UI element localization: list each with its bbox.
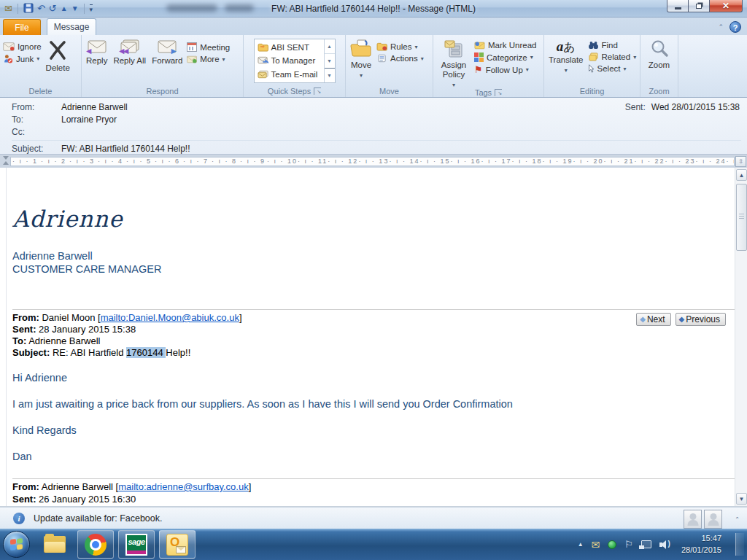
tray-time: 15:47 bbox=[681, 533, 721, 545]
meeting-button[interactable]: Meeting bbox=[187, 42, 230, 52]
quoted1-subject-line: Subject: RE: ABI Hartfield 1760144 Help!… bbox=[12, 347, 735, 359]
tray-status-icon[interactable] bbox=[608, 540, 616, 549]
scroll-down-icon[interactable]: ▼ bbox=[736, 493, 747, 505]
undo-icon[interactable]: ↶ bbox=[37, 4, 45, 13]
move-down-icon[interactable]: ▼ bbox=[71, 5, 79, 12]
customize-qat-icon[interactable]: ▾ bbox=[90, 4, 93, 13]
tray-clock[interactable]: 15:47 28/01/2015 bbox=[681, 533, 721, 556]
indent-markers[interactable] bbox=[0, 155, 10, 168]
reply-all-button[interactable]: ◄◄ Reply All bbox=[110, 36, 149, 85]
quick-steps-overflow-icon[interactable]: ▼ bbox=[325, 68, 335, 82]
sender-email-link-2[interactable]: mailto:adrienne@surfbay.co.uk bbox=[118, 481, 248, 492]
info-icon: i bbox=[13, 513, 25, 524]
editing-group-label: Editing bbox=[546, 85, 638, 97]
scrollbar-thumb[interactable] bbox=[736, 184, 747, 251]
zoom-magnifier-icon bbox=[650, 39, 669, 58]
from-value: Adrienne Barwell bbox=[61, 102, 128, 112]
system-menu-mail-icon[interactable]: ✉ bbox=[4, 4, 12, 13]
translate-button[interactable]: aあ Translate ▾ bbox=[546, 36, 587, 85]
restore-button[interactable] bbox=[689, 0, 709, 12]
zoom-button[interactable]: Zoom bbox=[646, 36, 673, 85]
tray-action-center-icon[interactable]: ⚐ bbox=[624, 539, 633, 550]
taskbar-explorer-button[interactable] bbox=[36, 530, 73, 559]
quick-step-to-manager[interactable]: To Manager bbox=[258, 56, 324, 65]
reply-button[interactable]: ◄ Reply bbox=[83, 36, 110, 85]
previous-button[interactable]: ◆ Previous bbox=[676, 313, 726, 326]
actions-button[interactable]: Actions ▾ bbox=[376, 54, 424, 63]
quick-steps-scroll-up-icon[interactable]: ▲ bbox=[325, 39, 335, 53]
quick-steps-group-label: Quick Steps ↘ bbox=[245, 85, 344, 97]
delete-button[interactable]: Delete bbox=[43, 36, 73, 85]
tray-mail-icon[interactable]: ✉ bbox=[592, 539, 600, 551]
taskbar-sage-button[interactable]: sage bbox=[118, 530, 155, 559]
start-button[interactable] bbox=[3, 531, 30, 558]
ribbon-group-editing: aあ Translate ▾ Find Related ▾ bbox=[544, 35, 640, 97]
tray-volume-icon[interactable]: ) bbox=[659, 540, 670, 549]
people-pane-collapse-icon[interactable]: ⌃ bbox=[735, 516, 740, 523]
delete-x-icon bbox=[47, 39, 69, 61]
window-title: FW: ABI Hartfield 1760144 Help!! - Messa… bbox=[0, 4, 747, 14]
tab-message[interactable]: Message bbox=[47, 18, 96, 35]
ruler-number: · ı · 3 bbox=[68, 158, 96, 165]
categorize-button[interactable]: Categorize ▾ bbox=[474, 52, 536, 62]
junk-button[interactable]: Junk ▾ bbox=[3, 54, 42, 63]
show-desktop-button[interactable] bbox=[735, 533, 744, 556]
minimize-button[interactable] bbox=[667, 0, 689, 12]
to-label: To: bbox=[12, 114, 61, 125]
tab-file[interactable]: File bbox=[3, 19, 41, 35]
ruler[interactable]: · ı · 1· ı · 2· ı · 3· ı · 4· ı · 5· ı ·… bbox=[10, 157, 735, 166]
vertical-scrollbar[interactable]: ▲ ▼ bbox=[735, 168, 747, 506]
rules-button[interactable]: Rules ▾ bbox=[376, 42, 424, 51]
delete-group-label[interactable]: Delete bbox=[1, 85, 80, 97]
background-window-ghost bbox=[225, 4, 254, 12]
ruler-number: · ı · 10 bbox=[267, 158, 298, 165]
avatar-icon[interactable] bbox=[704, 510, 722, 529]
scroll-up-icon[interactable]: ▲ bbox=[736, 169, 747, 181]
quick-steps-box: ABI SENT To Manager Team E-mail ▲ bbox=[254, 39, 336, 83]
ruler-number: · ı · 25 bbox=[727, 158, 735, 165]
select-button[interactable]: Select ▾ bbox=[588, 64, 637, 73]
sender-email-link[interactable]: mailto:Daniel.Moon@abiuk.co.uk bbox=[101, 312, 239, 323]
find-button[interactable]: Find bbox=[588, 41, 637, 50]
quick-steps-dialog-launcher-icon[interactable]: ↘ bbox=[314, 88, 321, 95]
ribbon-group-tags: Assign Policy ▾ Mark Unread Categorize ▾… bbox=[433, 35, 544, 97]
help-icon[interactable]: ? bbox=[729, 21, 741, 33]
forward-button[interactable]: ► Forward bbox=[149, 36, 185, 85]
move-up-icon[interactable]: ▲ bbox=[61, 5, 68, 12]
taskbar-chrome-button[interactable] bbox=[77, 530, 114, 559]
zoom-group-label: Zoom bbox=[642, 85, 676, 97]
tags-dialog-launcher-icon[interactable]: ↘ bbox=[495, 89, 502, 96]
reply-all-icon: ◄◄ bbox=[120, 39, 139, 54]
ruler-toggle-icon[interactable]: ⇳ bbox=[735, 156, 746, 167]
related-icon bbox=[588, 52, 599, 61]
ruler-number: · ı · 15 bbox=[419, 158, 450, 165]
ignore-button[interactable]: Ignore bbox=[3, 42, 42, 51]
quick-steps-scroll-down-icon[interactable]: ▼ bbox=[325, 53, 335, 68]
avatar-icon[interactable] bbox=[684, 510, 702, 529]
save-icon[interactable] bbox=[23, 3, 34, 15]
more-button[interactable]: More ▾ bbox=[187, 55, 230, 63]
message-line1: I am just awaiting a price back from our… bbox=[12, 398, 735, 410]
message-document[interactable]: Adrienne Adrienne Barwell CUSTOMER CARE … bbox=[6, 168, 735, 506]
move-button[interactable]: Move ▾ bbox=[347, 36, 375, 85]
follow-up-button[interactable]: ⚑ Follow Up ▾ bbox=[474, 65, 536, 74]
qat-separator bbox=[84, 4, 85, 14]
mark-unread-icon bbox=[474, 42, 485, 50]
ruler-number: · ı · 19 bbox=[542, 158, 573, 165]
quick-step-abi-sent[interactable]: ABI SENT bbox=[258, 43, 324, 52]
follow-up-flag-icon: ⚑ bbox=[474, 65, 483, 74]
mark-unread-button[interactable]: Mark Unread bbox=[474, 41, 536, 50]
redo-icon[interactable]: ↺ bbox=[49, 4, 57, 13]
collapse-ribbon-icon[interactable]: ⌃ bbox=[718, 23, 724, 31]
assign-policy-button[interactable]: Assign Policy ▾ bbox=[435, 36, 473, 88]
subject-value: FW: ABI Hartfield 1760144 Help!! bbox=[61, 144, 190, 154]
tray-expand-icon[interactable]: ▲ bbox=[578, 541, 584, 548]
tray-network-icon[interactable] bbox=[641, 540, 651, 548]
taskbar-outlook-button[interactable]: O bbox=[159, 530, 196, 559]
related-button[interactable]: Related ▾ bbox=[588, 52, 637, 61]
quick-step-team-email[interactable]: Team E-mail bbox=[258, 70, 324, 79]
close-button[interactable]: ✕ bbox=[709, 0, 743, 12]
next-button[interactable]: ◆ Next bbox=[636, 313, 670, 326]
quoted1-to-line: To: Adrienne Barwell bbox=[12, 335, 735, 347]
next-arrow-icon: ◆ bbox=[640, 316, 646, 323]
